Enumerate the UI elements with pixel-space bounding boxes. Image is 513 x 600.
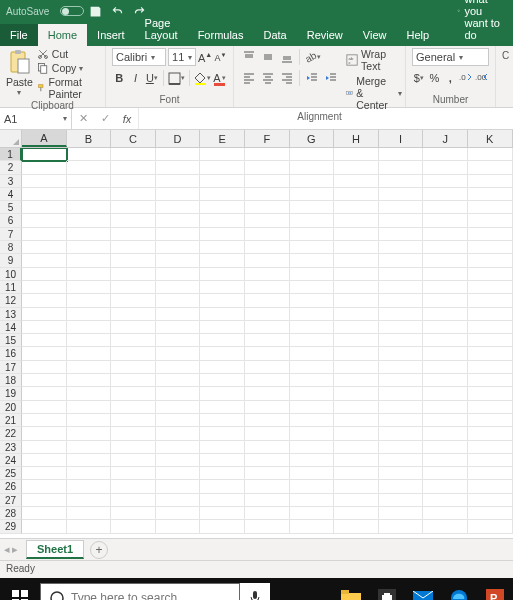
cell[interactable]: [468, 427, 513, 440]
taskbar-app-store[interactable]: [369, 578, 405, 600]
cell[interactable]: [245, 401, 290, 414]
cell[interactable]: [334, 427, 379, 440]
cell[interactable]: [423, 241, 468, 254]
cell[interactable]: [67, 494, 112, 507]
cell[interactable]: [22, 321, 67, 334]
row-header[interactable]: 5: [0, 201, 22, 214]
cell[interactable]: [156, 241, 201, 254]
column-header[interactable]: C: [111, 130, 156, 147]
cell[interactable]: [379, 520, 424, 533]
cell[interactable]: [156, 441, 201, 454]
cell[interactable]: [423, 188, 468, 201]
cell[interactable]: [423, 254, 468, 267]
cell[interactable]: [290, 454, 335, 467]
name-box-dropdown-icon[interactable]: ▾: [63, 114, 67, 123]
column-header[interactable]: A: [22, 130, 67, 147]
cell[interactable]: [67, 414, 112, 427]
enter-formula-icon[interactable]: ✓: [94, 112, 116, 125]
cell[interactable]: [67, 427, 112, 440]
cell[interactable]: [379, 427, 424, 440]
row-header[interactable]: 4: [0, 188, 22, 201]
paste-icon[interactable]: [6, 48, 32, 76]
cell[interactable]: [111, 387, 156, 400]
cell[interactable]: [423, 467, 468, 480]
cell[interactable]: [290, 228, 335, 241]
cell[interactable]: [468, 254, 513, 267]
cell[interactable]: [67, 281, 112, 294]
cell[interactable]: [468, 334, 513, 347]
cell[interactable]: [423, 161, 468, 174]
cell[interactable]: [423, 401, 468, 414]
merge-center-button[interactable]: Merge & Center ▾: [346, 75, 402, 111]
tab-view[interactable]: View: [353, 24, 397, 46]
cell[interactable]: [111, 321, 156, 334]
cell[interactable]: [67, 347, 112, 360]
row-header[interactable]: 3: [0, 175, 22, 188]
cell[interactable]: [290, 201, 335, 214]
select-all-corner[interactable]: [0, 130, 22, 147]
cell[interactable]: [423, 308, 468, 321]
row-header[interactable]: 20: [0, 401, 22, 414]
cell[interactable]: [22, 361, 67, 374]
sheet-nav-next-icon[interactable]: ▸: [12, 543, 18, 556]
undo-icon[interactable]: [110, 4, 124, 18]
row-header[interactable]: 28: [0, 507, 22, 520]
cell[interactable]: [290, 281, 335, 294]
cell[interactable]: [245, 308, 290, 321]
cell[interactable]: [334, 161, 379, 174]
cell[interactable]: [423, 441, 468, 454]
column-header[interactable]: F: [245, 130, 290, 147]
wrap-text-button[interactable]: abc Wrap Text: [346, 48, 402, 72]
cell[interactable]: [111, 427, 156, 440]
cell[interactable]: [290, 308, 335, 321]
cell[interactable]: [334, 268, 379, 281]
cell[interactable]: [423, 494, 468, 507]
cell[interactable]: [111, 480, 156, 493]
cell[interactable]: [334, 201, 379, 214]
cell[interactable]: [245, 467, 290, 480]
increase-font-icon[interactable]: A▲: [198, 48, 212, 66]
column-header[interactable]: B: [67, 130, 112, 147]
cell[interactable]: [67, 401, 112, 414]
cell[interactable]: [67, 480, 112, 493]
cell[interactable]: [156, 427, 201, 440]
cell[interactable]: [156, 161, 201, 174]
cell[interactable]: [200, 214, 245, 227]
cell[interactable]: [156, 387, 201, 400]
cell[interactable]: [245, 188, 290, 201]
align-left-icon[interactable]: [240, 69, 258, 87]
row-header[interactable]: 8: [0, 241, 22, 254]
cell[interactable]: [290, 494, 335, 507]
cell[interactable]: [468, 441, 513, 454]
cell[interactable]: [379, 454, 424, 467]
cell[interactable]: [111, 507, 156, 520]
cell[interactable]: [22, 520, 67, 533]
cell[interactable]: [334, 254, 379, 267]
cell[interactable]: [111, 241, 156, 254]
cell[interactable]: [245, 294, 290, 307]
cell[interactable]: [111, 148, 156, 161]
cell[interactable]: [22, 494, 67, 507]
cell[interactable]: [290, 175, 335, 188]
cell[interactable]: [22, 294, 67, 307]
cell[interactable]: [245, 480, 290, 493]
taskbar-mic-icon[interactable]: [240, 583, 270, 600]
cell[interactable]: [67, 254, 112, 267]
cell[interactable]: [22, 334, 67, 347]
cell[interactable]: [245, 414, 290, 427]
cell[interactable]: [290, 334, 335, 347]
cell[interactable]: [290, 161, 335, 174]
cell[interactable]: [200, 308, 245, 321]
cell[interactable]: [423, 507, 468, 520]
cell[interactable]: [111, 520, 156, 533]
cell[interactable]: [290, 374, 335, 387]
cell[interactable]: [22, 374, 67, 387]
cell[interactable]: [245, 494, 290, 507]
cell[interactable]: [334, 148, 379, 161]
cell[interactable]: [22, 507, 67, 520]
cell[interactable]: [111, 214, 156, 227]
font-size-combo[interactable]: 11▾: [168, 48, 196, 66]
copy-dropdown-icon[interactable]: ▾: [79, 64, 83, 73]
cell[interactable]: [200, 161, 245, 174]
cell[interactable]: [423, 414, 468, 427]
